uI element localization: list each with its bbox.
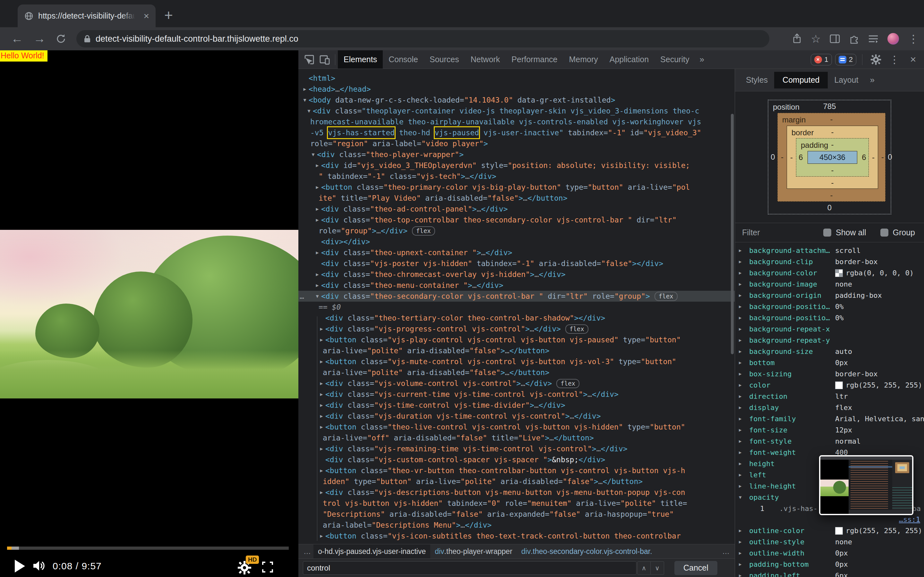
property-expand-icon[interactable]: ▶	[739, 346, 749, 357]
dom-tree-node[interactable]: ▶<div id="vjs_video_3_THEOplayerdvn" sty…	[298, 160, 735, 171]
expand-arrow-icon[interactable]: ▶	[318, 356, 325, 367]
dom-tree-node[interactable]: …▼<div class="theo-secondary-color vjs-c…	[298, 291, 735, 301]
computed-property-row[interactable]: ▶background-imagenone	[735, 279, 924, 290]
property-expand-icon[interactable]: ▶	[739, 469, 749, 480]
dom-tree-node[interactable]: ▶<div class="vjs-duration vjs-time-contr…	[298, 411, 735, 422]
property-expand-icon[interactable]: ▶	[739, 413, 749, 424]
device-toolbar-icon[interactable]	[317, 52, 333, 67]
computed-property-row[interactable]: ▶outline-stylenone	[735, 536, 924, 548]
border-top-value[interactable]: -	[831, 127, 834, 136]
expand-arrow-icon[interactable]: ▶	[318, 411, 325, 422]
property-expand-icon[interactable]: ▶	[739, 447, 749, 458]
expand-arrow-icon[interactable]: ▶	[301, 84, 309, 95]
expand-arrow-icon[interactable]: ▶	[313, 280, 321, 291]
dom-tree-node[interactable]: ▶<button class="vjs-play-control vjs-con…	[298, 334, 735, 345]
tab-close-icon[interactable]: ×	[144, 11, 149, 21]
color-swatch[interactable]	[835, 382, 843, 389]
property-expand-icon[interactable]: ▶	[739, 335, 749, 346]
dom-tree-node[interactable]: ▶<div class="theo-ad-control-panel">…</d…	[298, 203, 735, 214]
breadcrumb-overflow-icon[interactable]: …	[720, 547, 732, 556]
property-expand-icon[interactable]: ▶	[739, 256, 749, 268]
devtools-settings-gear-icon[interactable]	[868, 52, 884, 67]
sidebar-more-tabs-icon[interactable]: »	[865, 75, 880, 85]
devtools-tab-network[interactable]: Network	[465, 50, 506, 69]
computed-property-row[interactable]: ▶background-position-x0%	[735, 301, 924, 312]
computed-property-row[interactable]: ▶background-sizeauto	[735, 346, 924, 357]
position-top-value[interactable]: 785	[823, 102, 836, 111]
expand-arrow-icon[interactable]: ▶	[318, 465, 325, 476]
dom-tree-node[interactable]: ▶<button class="theo-live-control vjs-co…	[298, 422, 735, 432]
property-expand-icon[interactable]: ▶	[739, 357, 749, 368]
computed-property-row[interactable]: ▶bottom0px	[735, 357, 924, 368]
computed-property-row[interactable]: ▶background-repeat-y	[735, 335, 924, 346]
devtools-menu-icon[interactable]: ⋮	[887, 52, 902, 67]
back-button[interactable]: ←	[11, 32, 23, 45]
dom-tree-node[interactable]: ▶<div class="theo-top-controlbar theo-se…	[298, 214, 735, 226]
dom-tree-node[interactable]: ▶<div class="vjs-time-control vjs-time-d…	[298, 400, 735, 411]
dom-tree-node[interactable]: ite" title="Play Video" aria-disabled="f…	[298, 193, 735, 203]
devtools-tab-performance[interactable]: Performance	[506, 50, 563, 69]
url-text[interactable]: detect-visibility-default-control-bar.th…	[95, 34, 298, 44]
dom-tree-node[interactable]: == $0	[298, 301, 735, 313]
expand-arrow-icon[interactable]: ▶	[318, 389, 325, 400]
expand-arrow-icon[interactable]: ▶	[318, 443, 325, 454]
flex-badge[interactable]: flex	[565, 324, 588, 334]
dom-tree-node[interactable]: trol vjs-button vjs-hidden" tabindex="0"…	[298, 498, 735, 509]
expand-arrow-icon[interactable]: ▶	[318, 422, 325, 432]
color-swatch[interactable]	[835, 269, 843, 277]
dom-tree-node[interactable]: ▶<div class="theo-chromecast-overlay vjs…	[298, 269, 735, 280]
find-input[interactable]	[303, 561, 636, 575]
issues-badge[interactable]: 2	[835, 54, 856, 65]
dom-tree-node[interactable]: hromecast-unavailable theo-airplay-unava…	[298, 116, 735, 127]
find-previous-icon[interactable]: ∧	[637, 561, 651, 575]
expand-arrow-icon[interactable]: ▼	[313, 291, 321, 301]
play-button[interactable]	[15, 560, 25, 572]
scrollbar-thumb[interactable]	[731, 114, 734, 354]
flex-badge[interactable]: flex	[556, 379, 580, 388]
border-left-value[interactable]: -	[787, 153, 796, 162]
computed-property-row[interactable]: ▶background-clipborder-box	[735, 256, 924, 268]
expand-arrow-icon[interactable]: ▼	[309, 149, 317, 160]
browser-menu-icon[interactable]: ⋮	[908, 32, 919, 45]
expand-arrow-icon[interactable]: ▶	[313, 160, 321, 171]
dom-tree-node[interactable]: <div class="vjs-poster vjs-hidden" tabin…	[298, 258, 735, 269]
border-bottom-value[interactable]: -	[831, 178, 834, 187]
property-expand-icon[interactable]: ▶	[739, 480, 749, 492]
property-expand-icon[interactable]: ▼	[739, 492, 749, 503]
expand-arrow-icon[interactable]: ▶	[313, 247, 321, 258]
margin-right-value[interactable]: -	[878, 153, 887, 161]
dom-tree-node[interactable]: ▼<div class="theoplayer-container video-…	[298, 105, 735, 116]
property-expand-icon[interactable]: ▶	[739, 391, 749, 402]
computed-property-row[interactable]: ▶padding-left6px	[735, 570, 924, 577]
dom-tree-node[interactable]: ▶<div class="vjs-volume-control vjs-cont…	[298, 378, 735, 389]
expand-arrow-icon[interactable]: ▶	[318, 487, 325, 498]
sidebar-tab-styles[interactable]: Styles	[740, 72, 774, 89]
property-expand-icon[interactable]: ▶	[739, 536, 749, 548]
margin-bottom-value[interactable]: -	[830, 191, 833, 199]
more-tabs-icon[interactable]: »	[695, 55, 708, 64]
forward-button[interactable]: →	[33, 32, 45, 45]
find-next-icon[interactable]: ∨	[651, 561, 664, 575]
reload-button[interactable]	[55, 33, 67, 45]
dom-tree-node[interactable]: ▶<head>…</head>	[298, 84, 735, 95]
dom-tree-node[interactable]: aria-label="Descriptions Menu">…</div>	[298, 520, 735, 530]
expand-arrow-icon[interactable]: ▶	[318, 324, 325, 334]
screenshot-preview-thumbnail[interactable]	[819, 455, 913, 515]
computed-property-row[interactable]: ▶padding-bottom0px	[735, 559, 924, 570]
devtools-tab-memory[interactable]: Memory	[563, 50, 604, 69]
breadcrumb-item[interactable]: div.theo-player-wrapper	[430, 544, 517, 558]
breadcrumb-overflow-icon[interactable]: …	[301, 547, 313, 556]
expand-arrow-icon[interactable]: ▼	[301, 95, 309, 105]
dom-tree-node[interactable]: ▶<button class="vjs-icon-subtitles theo-…	[298, 530, 735, 542]
dom-tree-node[interactable]: role="group">…</div>flex	[298, 226, 735, 236]
computed-property-row[interactable]: ▶directionltr	[735, 391, 924, 402]
padding-bottom-value[interactable]: -	[831, 166, 834, 174]
property-expand-icon[interactable]: ▶	[739, 368, 749, 380]
video-progress-bar[interactable]	[7, 546, 289, 550]
dom-tree-node[interactable]: ▶<button class="theo-vr-button theo-cont…	[298, 465, 735, 476]
stylesheet-link[interactable]: …ss:1	[899, 516, 920, 524]
position-left-value[interactable]: 0	[768, 153, 777, 161]
expand-arrow-icon[interactable]: ▶	[313, 182, 321, 193]
fullscreen-icon[interactable]	[262, 561, 273, 573]
computed-property-row[interactable]: ▶font-familyArial, Helvetica, sans-serif	[735, 413, 924, 424]
